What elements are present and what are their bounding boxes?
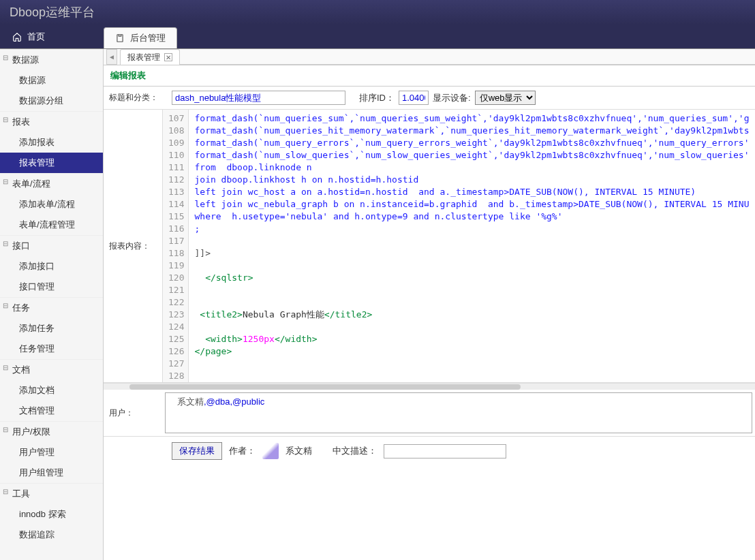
- sidebar-item[interactable]: 添加任务: [0, 318, 103, 339]
- code-lines[interactable]: format_dash(`num_queries_sum`,`num_queri…: [189, 110, 755, 382]
- label-users: 用户：: [104, 390, 162, 436]
- code-editor[interactable]: 1071081091101111121131141151161171181191…: [162, 110, 755, 382]
- sidebar-group[interactable]: 文档: [0, 359, 103, 380]
- panel-title: 编辑报表: [104, 65, 755, 87]
- sidebar-item[interactable]: innodb 探索: [0, 504, 103, 525]
- sidebar-item[interactable]: 接口管理: [0, 277, 103, 297]
- tab-label: 后台管理: [130, 32, 166, 44]
- home-icon: [12, 32, 22, 42]
- label-author: 作者：: [229, 445, 256, 457]
- home-tab[interactable]: 首页: [0, 25, 104, 48]
- save-button[interactable]: 保存结果: [172, 442, 222, 460]
- title-input[interactable]: [172, 91, 345, 105]
- app-header: Dboop运维平台: [0, 0, 755, 25]
- row-users: 用户： xx系文精,@dba,@public: [104, 390, 755, 437]
- main-panel: ◄ 报表管理 ✕ 编辑报表 标题和分类： 排序ID： 显示设备: 仅web显示 …: [104, 49, 755, 560]
- sidebar-group[interactable]: 工具: [0, 483, 103, 504]
- sidebar-item[interactable]: 添加表单/流程: [0, 194, 103, 215]
- row-report-content: 报表内容： 1071081091101111121131141151161171…: [104, 110, 755, 383]
- sort-id-input[interactable]: [399, 91, 429, 105]
- label-title-category: 标题和分类：: [109, 92, 168, 104]
- label-device: 显示设备:: [433, 92, 471, 104]
- author-name: 系文精: [286, 445, 312, 457]
- sidebar-item[interactable]: 文档管理: [0, 401, 103, 421]
- sidebar-group[interactable]: 表单/流程: [0, 173, 103, 194]
- sidebar-item[interactable]: 用户组管理: [0, 463, 103, 483]
- row-title-category: 标题和分类： 排序ID： 显示设备: 仅web显示: [104, 87, 755, 110]
- sidebar-item[interactable]: 数据源: [0, 70, 103, 91]
- sidebar-item[interactable]: 添加文档: [0, 380, 103, 401]
- sidebar-item[interactable]: 数据追踪: [0, 525, 103, 545]
- sidebar: 数据源数据源数据源分组报表添加报表报表管理表单/流程添加表单/流程表单/流程管理…: [0, 49, 104, 560]
- sidebar-group[interactable]: 数据源: [0, 49, 103, 70]
- inner-tab-label: 报表管理: [127, 52, 160, 63]
- sidebar-item[interactable]: 数据源分组: [0, 91, 103, 111]
- sidebar-group[interactable]: 报表: [0, 111, 103, 132]
- sidebar-item[interactable]: 添加报表: [0, 132, 103, 153]
- close-icon[interactable]: ✕: [164, 53, 172, 61]
- row-actions: 保存结果 作者： 系文精 中文描述：: [104, 437, 755, 465]
- document-icon: [115, 33, 125, 43]
- svg-rect-0: [117, 35, 123, 42]
- label-report-content: 报表内容：: [104, 110, 162, 382]
- sidebar-item[interactable]: 表单/流程管理: [0, 215, 103, 235]
- desc-input[interactable]: [384, 444, 506, 458]
- sidebar-item[interactable]: 用户管理: [0, 442, 103, 463]
- sidebar-item[interactable]: 报表管理: [0, 153, 103, 173]
- device-select[interactable]: 仅web显示: [475, 91, 536, 105]
- editor-h-scrollbar[interactable]: [104, 383, 755, 390]
- tab-scroll-left[interactable]: ◄: [106, 49, 117, 65]
- inner-tab-report-mgmt[interactable]: 报表管理 ✕: [120, 49, 180, 65]
- sidebar-item[interactable]: 任务管理: [0, 339, 103, 359]
- sidebar-group[interactable]: 接口: [0, 235, 103, 256]
- label-sort-id: 排序ID：: [359, 92, 395, 104]
- top-nav: 首页 后台管理: [0, 25, 755, 49]
- sidebar-group[interactable]: 任务: [0, 297, 103, 318]
- app-title: Dboop运维平台: [10, 4, 95, 20]
- sidebar-item[interactable]: 添加接口: [0, 256, 103, 277]
- label-desc: 中文描述：: [333, 445, 377, 457]
- inner-tab-bar: ◄ 报表管理 ✕: [104, 49, 755, 65]
- line-gutter: 1071081091101111121131141151161171181191…: [163, 110, 189, 382]
- home-label: 首页: [27, 31, 45, 43]
- main-layout: 数据源数据源数据源分组报表添加报表报表管理表单/流程添加表单/流程表单/流程管理…: [0, 49, 755, 560]
- sidebar-group[interactable]: 用户/权限: [0, 421, 103, 442]
- avatar: [262, 443, 279, 459]
- tab-backend-mgmt[interactable]: 后台管理: [104, 27, 177, 48]
- users-textarea[interactable]: xx系文精,@dba,@public: [165, 392, 752, 433]
